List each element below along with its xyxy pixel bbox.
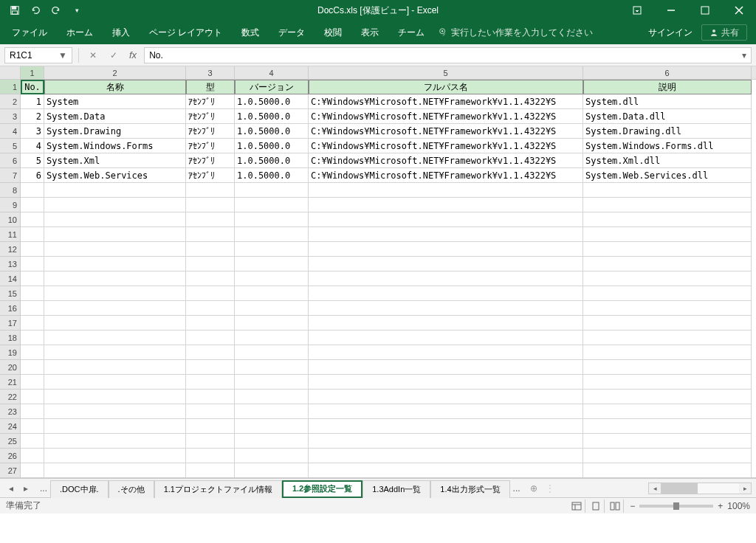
header-cell[interactable]: 型 (186, 80, 235, 94)
cell[interactable]: System.Web.Services (44, 168, 186, 183)
cell[interactable] (186, 257, 235, 272)
cell[interactable]: 1.0.5000.0 (235, 139, 309, 153)
cell[interactable] (309, 242, 583, 257)
ribbon-tab-5[interactable]: データ (269, 21, 314, 44)
close-button[interactable] (722, 0, 756, 21)
cell[interactable] (583, 449, 752, 463)
cell[interactable] (235, 404, 309, 419)
cell[interactable] (309, 404, 583, 419)
cell[interactable] (309, 463, 583, 478)
cell[interactable] (309, 375, 583, 390)
cell[interactable] (309, 316, 583, 331)
cell[interactable] (21, 345, 44, 360)
col-header-3[interactable]: 3 (186, 66, 235, 79)
cell[interactable] (583, 227, 752, 242)
page-layout-view-button[interactable] (587, 499, 605, 513)
cell[interactable] (186, 434, 235, 449)
header-cell[interactable]: 名称 (44, 80, 186, 94)
row-header-14[interactable]: 14 (0, 272, 21, 286)
cell[interactable]: 5 (21, 153, 44, 168)
cell[interactable] (44, 463, 186, 478)
cell[interactable]: 1.0.5000.0 (235, 94, 309, 109)
cell[interactable] (44, 286, 186, 301)
cell[interactable] (235, 316, 309, 331)
row-header-4[interactable]: 4 (0, 124, 21, 139)
cell[interactable] (583, 360, 752, 375)
row-header-19[interactable]: 19 (0, 345, 21, 360)
cell[interactable] (186, 212, 235, 227)
cell[interactable] (21, 316, 44, 331)
sheet-tab-2[interactable]: 1.1プロジェクトファイル情報 (154, 480, 282, 498)
tab-overflow-left[interactable]: ... (40, 483, 47, 494)
cell[interactable] (21, 463, 44, 478)
tab-scroll-left[interactable]: ◂ (4, 482, 18, 495)
cell[interactable] (186, 301, 235, 316)
row-header-26[interactable]: 26 (0, 449, 21, 463)
cell[interactable] (186, 375, 235, 390)
save-button[interactable] (6, 1, 24, 19)
row-header-22[interactable]: 22 (0, 390, 21, 404)
cell[interactable]: System.Xml.dll (583, 153, 752, 168)
cell[interactable] (235, 360, 309, 375)
ribbon-tab-1[interactable]: ホーム (58, 21, 102, 44)
cell[interactable] (21, 331, 44, 345)
cell[interactable] (583, 198, 752, 212)
row-header-23[interactable]: 23 (0, 404, 21, 419)
cell[interactable] (44, 272, 186, 286)
sheet-tab-3[interactable]: 1.2参照設定一覧 (282, 480, 362, 498)
normal-view-button[interactable] (568, 499, 585, 513)
cell[interactable] (235, 419, 309, 434)
cell[interactable] (583, 242, 752, 257)
cell[interactable] (21, 286, 44, 301)
cell[interactable] (235, 375, 309, 390)
cell[interactable]: ｱｾﾝﾌﾞﾘ (186, 94, 235, 109)
cell[interactable] (583, 212, 752, 227)
cell[interactable]: System.Drawing (44, 124, 186, 139)
cell[interactable]: 1 (21, 94, 44, 109)
maximize-button[interactable] (688, 0, 722, 21)
worksheet[interactable]: 123456 1No.名称型バージョンフルパス名説明21Systemｱｾﾝﾌﾞﾘ… (0, 66, 756, 478)
ribbon-tab-2[interactable]: 挿入 (103, 21, 139, 44)
zoom-in-button[interactable]: + (718, 501, 723, 511)
cell[interactable] (44, 227, 186, 242)
sheet-tab-0[interactable]: .DOC中扉. (50, 480, 109, 498)
col-header-2[interactable]: 2 (44, 66, 186, 79)
cell[interactable]: System.Data (44, 109, 186, 124)
cell[interactable] (44, 331, 186, 345)
cell[interactable] (44, 316, 186, 331)
cell[interactable] (186, 331, 235, 345)
cell[interactable] (44, 404, 186, 419)
ribbon-tab-7[interactable]: 表示 (352, 21, 388, 44)
cell[interactable] (21, 272, 44, 286)
cell[interactable] (583, 331, 752, 345)
cell[interactable] (44, 390, 186, 404)
row-header-1[interactable]: 1 (0, 80, 21, 94)
cell[interactable] (44, 360, 186, 375)
zoom-level[interactable]: 100% (727, 501, 750, 511)
cell[interactable] (21, 404, 44, 419)
cell[interactable] (21, 198, 44, 212)
cell[interactable] (21, 360, 44, 375)
row-header-25[interactable]: 25 (0, 434, 21, 449)
cell[interactable] (235, 390, 309, 404)
ribbon-tab-3[interactable]: ページ レイアウト (140, 21, 231, 44)
horizontal-scrollbar[interactable]: ◂▸ (648, 483, 752, 494)
cell[interactable] (186, 316, 235, 331)
cell[interactable]: C:¥Windows¥Microsoft.NET¥Framework¥v1.1.… (309, 124, 583, 139)
cell[interactable]: ｱｾﾝﾌﾞﾘ (186, 139, 235, 153)
page-break-view-button[interactable] (606, 499, 624, 513)
cell[interactable] (583, 419, 752, 434)
cell[interactable] (583, 286, 752, 301)
cell[interactable] (21, 257, 44, 272)
cell[interactable] (186, 419, 235, 434)
cell[interactable] (235, 345, 309, 360)
row-header-24[interactable]: 24 (0, 419, 21, 434)
cell[interactable] (583, 375, 752, 390)
cell[interactable] (235, 301, 309, 316)
add-sheet-button[interactable]: ⊕ (526, 481, 541, 496)
cell[interactable] (309, 434, 583, 449)
cell[interactable]: C:¥Windows¥Microsoft.NET¥Framework¥v1.1.… (309, 153, 583, 168)
cell[interactable] (21, 227, 44, 242)
cell[interactable] (44, 449, 186, 463)
header-cell[interactable]: No. (21, 80, 44, 94)
